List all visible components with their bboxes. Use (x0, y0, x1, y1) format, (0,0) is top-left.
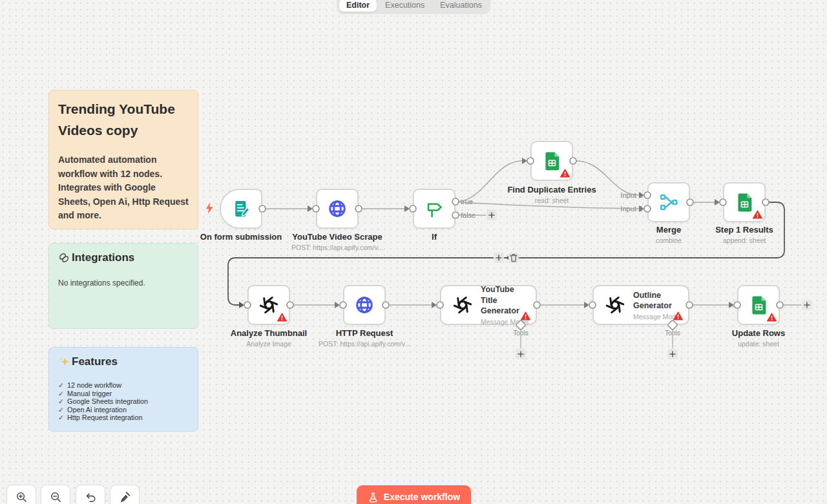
warning-icon (560, 169, 570, 178)
warning-icon (521, 311, 530, 320)
merge-input2-label: Input 2 (611, 205, 642, 213)
link-icon (58, 252, 70, 264)
check-icon: ✓ (58, 397, 64, 406)
warning-icon (673, 311, 683, 320)
zoom-in-button[interactable] (6, 485, 36, 504)
execute-workflow-button[interactable]: Execute workflow (357, 485, 471, 504)
openai-icon (258, 294, 280, 316)
node-title: HTTP Request (300, 328, 429, 338)
node-title: Update Rows (694, 328, 823, 338)
openai-icon (452, 294, 474, 316)
note-body: No integrations specified. (58, 278, 189, 288)
form-icon (231, 199, 251, 219)
list-item: ✓12 node workflow (58, 381, 189, 390)
undo-button[interactable] (76, 485, 105, 504)
tools-port-label: Tools (501, 330, 540, 337)
google-sheets-icon (749, 295, 769, 315)
check-icon: ✓ (58, 381, 64, 390)
node-if[interactable] (413, 189, 455, 229)
list-item: ✓Manual trigger (58, 390, 189, 398)
warning-icon (277, 313, 287, 322)
sparkles-icon (58, 356, 70, 368)
note-title: Features (72, 355, 118, 368)
merge-input1-label: Input 1 (611, 191, 642, 199)
list-item: ✓Open Ai integration (58, 406, 189, 414)
node-outline-generator[interactable]: Outline Generator Message Model (592, 285, 689, 325)
tidy-up-button[interactable] (110, 485, 140, 504)
node-step-1-results[interactable] (723, 182, 766, 222)
zoom-out-button[interactable] (41, 485, 70, 504)
check-icon: ✓ (58, 406, 64, 414)
zoom-in-icon (16, 491, 28, 503)
features-list: ✓12 node workflow ✓Manual trigger ✓Googl… (58, 381, 189, 422)
node-youtube-title-generator[interactable]: YouTube Title Generator Message Model (440, 285, 537, 325)
if-false-label: false (461, 211, 476, 219)
warning-icon (753, 210, 762, 219)
google-sheets-icon (542, 151, 562, 171)
node-subtitle: read: sheet (487, 196, 616, 204)
tidy-up-icon (119, 491, 131, 503)
merge-icon (658, 191, 680, 213)
sticky-note-overview[interactable]: Trending YouTube Videos copy Automated a… (48, 90, 198, 229)
delete-connection-button[interactable] (508, 253, 519, 263)
node-title: Outline Generator (633, 290, 682, 311)
tab-editor[interactable]: Editor (339, 0, 377, 12)
if-true-label: true (461, 198, 473, 205)
node-youtube-video-scrape[interactable] (316, 189, 359, 229)
list-item: ✓Google Sheets integration (58, 397, 189, 406)
note-title: Trending YouTube Videos copy (58, 98, 189, 141)
node-merge[interactable] (647, 182, 690, 222)
node-title: If (370, 232, 499, 242)
node-on-form-submission[interactable] (220, 189, 262, 229)
google-sheets-icon (735, 193, 755, 213)
check-icon: ✓ (58, 390, 64, 398)
zoom-out-icon (50, 491, 62, 503)
sticky-note-integrations[interactable]: Integrations No integrations specified. (48, 243, 198, 329)
check-icon: ✓ (58, 414, 64, 422)
trash-icon (510, 255, 517, 262)
lightning-trigger-icon[interactable] (205, 202, 214, 214)
node-subtitle: update: sheet (694, 340, 823, 348)
node-subtitle: POST: https://api.apify.com/v... (300, 340, 429, 348)
flask-icon (368, 492, 379, 503)
tab-executions[interactable]: Executions (378, 0, 432, 12)
globe-icon (326, 198, 348, 220)
tools-port-label: Tools (653, 330, 692, 337)
if-branch-icon (423, 198, 445, 220)
globe-icon (353, 294, 375, 316)
tab-evaluations[interactable]: Evaluations (433, 0, 489, 12)
view-tabs: Editor Executions Evaluations (337, 0, 490, 14)
warning-icon (767, 313, 777, 322)
note-title: Integrations (72, 251, 134, 264)
note-body: Automated automation workflow with 12 no… (58, 153, 189, 222)
execute-workflow-label: Execute workflow (384, 492, 460, 504)
sticky-note-features[interactable]: Features ✓12 node workflow ✓Manual trigg… (48, 347, 198, 432)
node-http-request[interactable] (343, 285, 386, 325)
undo-icon (85, 491, 97, 503)
list-item: ✓Http Request integration (58, 414, 189, 422)
node-title: Step 1 Results (680, 225, 809, 235)
node-find-duplicate-entries[interactable] (530, 141, 573, 181)
node-subtitle: POST: https://api.apify.com/v... (273, 244, 402, 251)
openai-icon (604, 294, 626, 316)
node-subtitle: append: sheet (680, 236, 809, 244)
node-analyze-thumbnail[interactable] (247, 285, 290, 325)
node-update-rows[interactable] (737, 285, 780, 325)
node-title: Find Duplicate Entries (487, 185, 616, 194)
